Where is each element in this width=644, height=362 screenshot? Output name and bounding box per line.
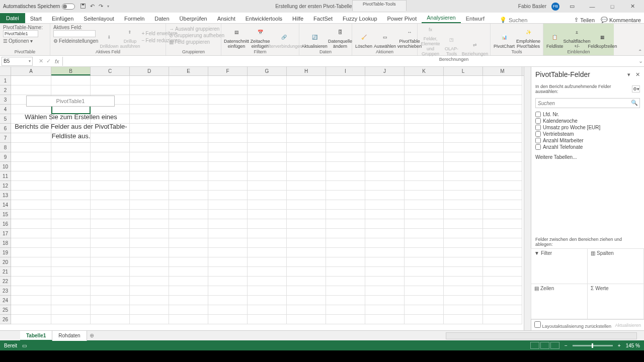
cell[interactable] [483,229,522,238]
cell[interactable] [51,95,91,105]
cell[interactable] [405,286,444,296]
cell[interactable] [208,152,248,162]
cell[interactable] [130,171,169,181]
cell[interactable] [91,229,130,238]
row-header[interactable]: 19 [0,248,11,257]
cell[interactable] [51,248,91,257]
tab-einfuegen[interactable]: Einfügen [47,14,78,23]
undo-icon[interactable]: ↶ [90,3,95,10]
close-icon[interactable]: ✕ [625,2,640,12]
cell[interactable] [326,305,365,315]
tab-powerpivot[interactable]: Power Pivot [382,14,422,23]
cell[interactable] [130,143,169,152]
cell[interactable] [130,257,169,267]
cell[interactable] [444,238,483,248]
cell[interactable] [287,219,326,229]
cell[interactable] [287,267,326,277]
cell[interactable] [483,210,522,219]
macro-record-icon[interactable]: ▭ [22,343,27,348]
tab-analysieren[interactable]: Analysieren [422,13,460,23]
column-header[interactable]: A [11,67,51,75]
cell[interactable] [287,133,326,143]
cell[interactable] [130,105,169,114]
cell[interactable] [365,210,405,219]
cell[interactable] [248,210,287,219]
cell[interactable] [169,105,208,114]
row-header[interactable]: 6 [0,124,11,133]
row-header[interactable]: 8 [0,143,11,152]
cell[interactable] [169,114,208,124]
cell[interactable] [169,133,208,143]
cell[interactable] [405,133,444,143]
cell[interactable] [444,210,483,219]
cell[interactable] [444,95,483,105]
cell[interactable] [248,133,287,143]
cell[interactable] [483,296,522,305]
cell[interactable] [248,85,287,95]
cell[interactable] [483,171,522,181]
cell[interactable] [405,124,444,133]
cell[interactable] [287,143,326,152]
tab-seitenlayout[interactable]: Seitenlayout [78,14,119,23]
tab-entwicklertools[interactable]: Entwicklertools [240,14,287,23]
cell[interactable] [208,191,248,200]
row-header[interactable]: 5 [0,114,11,124]
cell[interactable] [169,200,208,210]
cell[interactable] [51,124,91,133]
cell[interactable] [169,171,208,181]
cell[interactable] [326,210,365,219]
column-header[interactable]: K [405,67,444,75]
horizontal-scrollbar[interactable] [446,332,637,339]
cell[interactable] [444,124,483,133]
cell[interactable] [248,305,287,315]
cell[interactable] [130,286,169,296]
cell[interactable] [91,114,130,124]
share-button[interactable]: ⇪Teilen [574,17,595,23]
sheet-tab-active[interactable]: Tabelle1 [20,331,52,341]
cell[interactable] [326,286,365,296]
cell[interactable] [365,200,405,210]
tab-entwurf[interactable]: Entwurf [461,14,490,23]
cell[interactable] [444,171,483,181]
field-checkbox[interactable]: Umsatz pro Woche [EUR] [535,124,640,131]
cell[interactable] [405,76,444,85]
row-header[interactable]: 11 [0,171,11,181]
cell[interactable] [169,76,208,85]
cell[interactable] [248,95,287,105]
cell[interactable] [483,305,522,315]
tab-daten[interactable]: Daten [149,14,174,23]
column-header[interactable]: I [326,67,365,75]
cell[interactable] [326,143,365,152]
taskpane-layout-icon[interactable]: ⚙▾ [632,85,640,93]
cell[interactable] [287,95,326,105]
cell[interactable] [11,315,51,324]
cell[interactable] [405,171,444,181]
cell[interactable] [169,296,208,305]
cell[interactable] [91,95,130,105]
cell[interactable] [11,85,51,95]
cell[interactable] [208,267,248,277]
tab-fuzzy[interactable]: Fuzzy Lookup [338,14,382,23]
cell[interactable] [287,248,326,257]
cell[interactable] [444,296,483,305]
cell[interactable] [248,286,287,296]
cell[interactable] [444,133,483,143]
cell[interactable] [365,286,405,296]
cell[interactable] [405,248,444,257]
cell[interactable] [444,286,483,296]
cell[interactable] [130,133,169,143]
field-headers-button[interactable]: ▦Feldkopfzeilen [591,25,615,49]
cell[interactable] [405,238,444,248]
cell[interactable] [169,162,208,171]
cell[interactable] [91,143,130,152]
cell[interactable] [483,248,522,257]
cell[interactable] [130,267,169,277]
field-checkbox[interactable]: Lfd. Nr. [535,111,640,118]
cell[interactable] [248,181,287,191]
cell[interactable] [208,105,248,114]
cell[interactable] [365,305,405,315]
cell[interactable] [11,152,51,162]
cell[interactable] [208,95,248,105]
cell[interactable] [365,152,405,162]
cell[interactable] [365,181,405,191]
